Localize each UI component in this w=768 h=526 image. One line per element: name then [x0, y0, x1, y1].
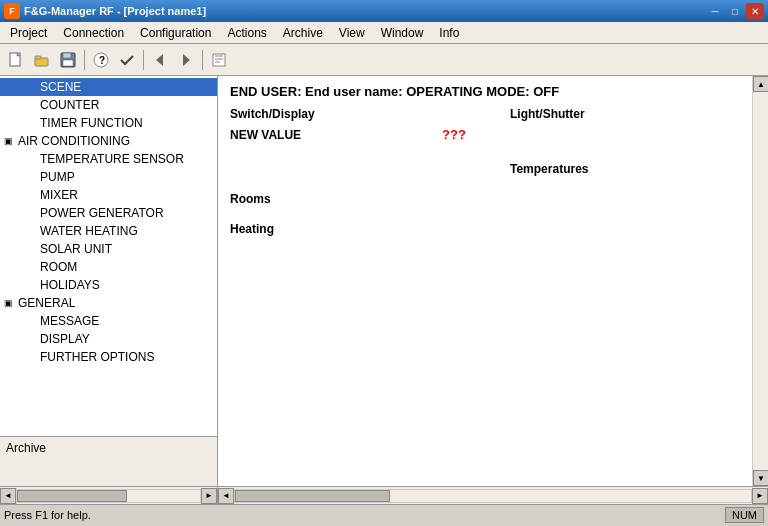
- left-hscroll-thumb[interactable]: [17, 490, 127, 502]
- tree-item-pump[interactable]: PUMP: [0, 168, 217, 186]
- column-headers: Switch/Display Light/Shutter: [230, 107, 740, 121]
- display-label: DISPLAY: [40, 332, 90, 346]
- tree-item-water-heating[interactable]: WATER HEATING: [0, 222, 217, 240]
- menu-project[interactable]: Project: [2, 24, 55, 42]
- toolbar-sep-1: [84, 50, 85, 70]
- archive-label: Archive: [6, 441, 46, 455]
- pump-label: PUMP: [40, 170, 75, 184]
- check-button[interactable]: [115, 48, 139, 72]
- col-light-shutter: Light/Shutter: [510, 107, 585, 121]
- new-value-label: NEW VALUE: [230, 128, 430, 142]
- holidays-label: HOLIDAYS: [40, 278, 100, 292]
- forward-button[interactable]: [174, 48, 198, 72]
- archive-panel: Archive: [0, 436, 217, 486]
- right-panel: END USER: End user name: OPERATING MODE:…: [218, 76, 768, 486]
- tree-item-display[interactable]: DISPLAY: [0, 330, 217, 348]
- temperatures-label: Temperatures: [510, 162, 588, 176]
- window-title: F&G-Manager RF - [Project name1]: [24, 5, 206, 17]
- right-scroll-right[interactable]: ►: [752, 488, 768, 504]
- menu-bar: Project Connection Configuration Actions…: [0, 22, 768, 44]
- heating-label: Heating: [230, 222, 274, 236]
- scroll-down-btn[interactable]: ▼: [753, 470, 768, 486]
- further-label: FURTHER OPTIONS: [40, 350, 154, 364]
- maximize-btn[interactable]: □: [726, 3, 744, 19]
- solar-label: SOLAR UNIT: [40, 242, 112, 256]
- status-help-text: Press F1 for help.: [4, 509, 91, 521]
- rooms-row: Rooms: [230, 192, 740, 206]
- temperatures-row: Temperatures: [230, 162, 740, 176]
- scroll-up-btn[interactable]: ▲: [753, 76, 768, 92]
- new-button[interactable]: [4, 48, 28, 72]
- tree-item-power-generator[interactable]: POWER GENERATOR: [0, 204, 217, 222]
- tree-item-temperature-sensor[interactable]: TEMPERATURE SENSOR: [0, 150, 217, 168]
- temperatures-spacer: [230, 162, 510, 176]
- tree-view[interactable]: SCENE COUNTER TIMER FUNCTION ▣ AIR CONDI…: [0, 76, 217, 436]
- tree-item-further-options[interactable]: FURTHER OPTIONS: [0, 348, 217, 366]
- menu-configuration[interactable]: Configuration: [132, 24, 219, 42]
- content-header: END USER: End user name: OPERATING MODE:…: [230, 84, 740, 99]
- right-scrollbar[interactable]: ▲ ▼: [752, 76, 768, 486]
- tree-item-counter[interactable]: COUNTER: [0, 96, 217, 114]
- svg-text:?: ?: [99, 55, 105, 66]
- title-bar-controls[interactable]: ─ □ ✕: [706, 3, 764, 19]
- svg-marker-10: [183, 54, 190, 66]
- new-value-qmarks: ???: [442, 127, 466, 142]
- edit-button[interactable]: [207, 48, 231, 72]
- toolbar-sep-3: [202, 50, 203, 70]
- col-switch-display: Switch/Display: [230, 107, 510, 121]
- room-label: ROOM: [40, 260, 77, 274]
- right-hscroll-thumb[interactable]: [235, 490, 390, 502]
- counter-label: COUNTER: [40, 98, 99, 112]
- right-scroll-left[interactable]: ◄: [218, 488, 234, 504]
- app-icon: F: [4, 3, 20, 19]
- save-button[interactable]: [56, 48, 80, 72]
- main-content: SCENE COUNTER TIMER FUNCTION ▣ AIR CONDI…: [0, 76, 768, 486]
- scene-label: SCENE: [40, 80, 81, 94]
- tree-item-room[interactable]: ROOM: [0, 258, 217, 276]
- menu-connection[interactable]: Connection: [55, 24, 132, 42]
- tree-item-timer[interactable]: TIMER FUNCTION: [0, 114, 217, 132]
- left-scroll-right[interactable]: ►: [201, 488, 217, 504]
- svg-rect-5: [63, 53, 71, 58]
- title-bar-left: F F&G-Manager RF - [Project name1]: [4, 3, 206, 19]
- toolbar: ?: [0, 44, 768, 76]
- tree-item-scene[interactable]: SCENE: [0, 78, 217, 96]
- svg-rect-6: [63, 60, 73, 66]
- open-button[interactable]: [30, 48, 54, 72]
- title-bar: F F&G-Manager RF - [Project name1] ─ □ ✕: [0, 0, 768, 22]
- tree-item-holidays[interactable]: HOLIDAYS: [0, 276, 217, 294]
- left-h-scroll[interactable]: ◄ ►: [0, 487, 218, 504]
- menu-actions[interactable]: Actions: [219, 24, 274, 42]
- tree-item-mixer[interactable]: MIXER: [0, 186, 217, 204]
- air-label: AIR CONDITIONING: [18, 134, 130, 148]
- right-h-scroll[interactable]: ◄ ►: [218, 487, 768, 504]
- menu-info[interactable]: Info: [431, 24, 467, 42]
- water-label: WATER HEATING: [40, 224, 138, 238]
- air-expand: ▣: [4, 136, 16, 146]
- general-label: GENERAL: [18, 296, 75, 310]
- toolbar-sep-2: [143, 50, 144, 70]
- temp-label: TEMPERATURE SENSOR: [40, 152, 184, 166]
- help-button[interactable]: ?: [89, 48, 113, 72]
- heating-row: Heating: [230, 222, 740, 236]
- tree-item-general[interactable]: ▣ GENERAL: [0, 294, 217, 312]
- right-hscroll-track: [234, 489, 752, 503]
- message-label: MESSAGE: [40, 314, 99, 328]
- menu-view[interactable]: View: [331, 24, 373, 42]
- left-scroll-left[interactable]: ◄: [0, 488, 16, 504]
- status-bar: Press F1 for help. NUM: [0, 504, 768, 524]
- menu-archive[interactable]: Archive: [275, 24, 331, 42]
- minimize-btn[interactable]: ─: [706, 3, 724, 19]
- back-button[interactable]: [148, 48, 172, 72]
- svg-marker-9: [156, 54, 163, 66]
- tree-item-solar-unit[interactable]: SOLAR UNIT: [0, 240, 217, 258]
- horizontal-scroll-area: ◄ ► ◄ ►: [0, 486, 768, 504]
- menu-window[interactable]: Window: [373, 24, 432, 42]
- tree-item-message[interactable]: MESSAGE: [0, 312, 217, 330]
- tree-item-air-conditioning[interactable]: ▣ AIR CONDITIONING: [0, 132, 217, 150]
- close-btn[interactable]: ✕: [746, 3, 764, 19]
- left-panel: SCENE COUNTER TIMER FUNCTION ▣ AIR CONDI…: [0, 76, 218, 486]
- general-expand: ▣: [4, 298, 16, 308]
- mixer-label: MIXER: [40, 188, 78, 202]
- left-hscroll-track: [16, 489, 201, 503]
